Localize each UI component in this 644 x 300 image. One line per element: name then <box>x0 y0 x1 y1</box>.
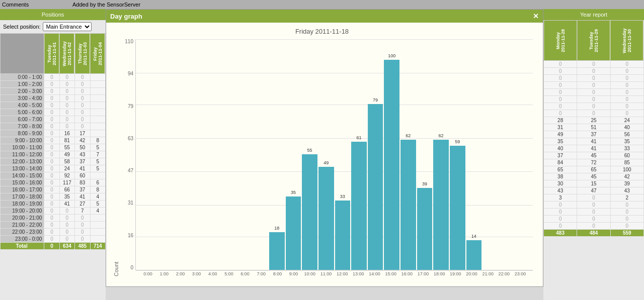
value-cell <box>90 81 105 88</box>
value-cell <box>90 74 105 81</box>
value-cell <box>90 123 105 130</box>
time-cell: 4:00 - 5:00 <box>1 102 44 109</box>
day-graph-modal: Day graph ✕ Friday 2011-11-18 Count 1109… <box>106 9 543 287</box>
select-position-label: Select position: <box>3 24 41 30</box>
value-cell <box>90 229 105 236</box>
bar: 14 <box>466 240 482 270</box>
value-cell: 81 <box>59 137 74 144</box>
table-row: 000 <box>544 103 644 110</box>
value-cell: 37 <box>75 158 90 165</box>
value-cell: 0 <box>577 68 610 75</box>
value-cell: 28 <box>544 117 577 124</box>
left-panel: Positions Select position: Main Entrance… <box>0 9 106 300</box>
value-cell: 0 <box>577 89 610 96</box>
table-row: 374560 <box>544 152 644 159</box>
value-cell: 24 <box>59 165 74 172</box>
value-cell: 0 <box>610 110 643 117</box>
bar: 62 <box>400 140 416 270</box>
right-panel: Year report Monday2011-11-28 Tuesday2011… <box>543 9 644 300</box>
value-cell: 0 <box>59 222 74 229</box>
table-row: 23:00 - 0:00000 <box>1 236 106 243</box>
value-cell: 84 <box>544 159 577 166</box>
table-row: 282524 <box>544 117 644 124</box>
value-cell: 0 <box>75 95 90 102</box>
value-cell: 0 <box>577 110 610 117</box>
modal-title: Day graph <box>110 13 142 20</box>
comments-value: Added by the SensorServer <box>72 2 140 8</box>
time-cell: 0:00 - 1:00 <box>1 74 44 81</box>
value-cell: 85 <box>610 159 643 166</box>
value-cell: 0 <box>75 215 90 222</box>
time-cell: 13:00 - 14:00 <box>1 165 44 172</box>
total-row: 483484559 <box>544 230 644 237</box>
modal-header: Day graph ✕ <box>106 10 543 23</box>
value-cell: 8 <box>90 186 105 193</box>
time-cell: 14:00 - 15:00 <box>1 172 44 179</box>
value-cell: 0 <box>59 229 74 236</box>
y-axis-tick: 47 <box>128 168 133 173</box>
table-row: 19:00 - 20:000074 <box>1 208 106 215</box>
time-cell: 11:00 - 12:00 <box>1 151 44 158</box>
value-cell: 0 <box>544 61 577 68</box>
bar-group: 61 <box>351 142 367 270</box>
table-row: 354135 <box>544 138 644 145</box>
center-panel: Day graph ✕ Friday 2011-11-18 Count 1109… <box>106 9 543 300</box>
x-axis-label: 10:00 <box>302 271 317 276</box>
value-cell: 8 <box>90 137 105 144</box>
value-cell: 0 <box>577 194 610 202</box>
value-cell: 45 <box>577 173 610 180</box>
left-data-table: Tuesday2011-11-01 Wednesday2011-11-02 Th… <box>0 33 106 250</box>
value-cell: 0 <box>44 88 59 95</box>
value-cell: 35 <box>610 138 643 145</box>
value-cell: 37 <box>544 152 577 159</box>
value-cell: 72 <box>577 159 610 166</box>
value-cell: 47 <box>577 187 610 194</box>
position-select[interactable]: Main Entrance <box>43 22 92 31</box>
time-cell: 17:00 - 18:00 <box>1 193 44 201</box>
table-row: 000 <box>544 110 644 117</box>
time-column-header <box>1 34 44 74</box>
value-cell: 0 <box>544 89 577 96</box>
value-cell: 0 <box>44 193 59 201</box>
chart-inner: 183555493361791006239625914 <box>135 39 533 270</box>
table-row: 20:00 - 21:00000 <box>1 215 106 222</box>
x-axis-label: 12:00 <box>335 271 350 276</box>
y-axis: 1109479634731160 <box>121 39 135 270</box>
time-cell: 20:00 - 21:00 <box>1 215 44 222</box>
time-cell: 21:00 - 22:00 <box>1 222 44 229</box>
x-axis-label: 6:00 <box>237 271 253 276</box>
value-cell: 4 <box>90 193 105 201</box>
value-cell: 0 <box>59 123 74 130</box>
value-cell <box>90 102 105 109</box>
value-cell: 5 <box>90 165 105 172</box>
value-cell: 42 <box>75 137 90 144</box>
right-data-table: Monday2011-11-28 Tuesday2011-11-29 Wedne… <box>543 20 644 237</box>
table-row: 301539 <box>544 180 644 187</box>
y-axis-tick: 31 <box>128 201 133 206</box>
time-cell: 6:00 - 7:00 <box>1 116 44 123</box>
x-axis-label: 16:00 <box>399 271 415 276</box>
value-cell: 15 <box>577 180 610 187</box>
value-cell: 43 <box>544 187 577 194</box>
table-row: 315140 <box>544 124 644 131</box>
time-cell: 16:00 - 17:00 <box>1 186 44 193</box>
bar-group: 62 <box>400 140 416 270</box>
value-cell: 43 <box>75 151 90 158</box>
table-row: 000 <box>544 68 644 75</box>
modal-close-button[interactable]: ✕ <box>533 13 539 20</box>
time-cell: 23:00 - 0:00 <box>1 236 44 243</box>
table-row: 000 <box>544 75 644 82</box>
value-cell: 0 <box>610 75 643 82</box>
time-cell: 3:00 - 4:00 <box>1 95 44 102</box>
x-axis-label: 5:00 <box>221 271 236 276</box>
x-axis-label: 3:00 <box>189 271 204 276</box>
bar: 35 <box>286 196 301 270</box>
x-axis-label: 2:00 <box>173 271 188 276</box>
value-cell: 33 <box>610 145 643 152</box>
value-cell: 40 <box>610 124 643 131</box>
bar: 49 <box>318 167 334 270</box>
value-cell: 0 <box>544 96 577 103</box>
bar-group: 100 <box>384 60 399 270</box>
bar-group: 14 <box>466 240 482 270</box>
value-cell: 0 <box>59 95 74 102</box>
